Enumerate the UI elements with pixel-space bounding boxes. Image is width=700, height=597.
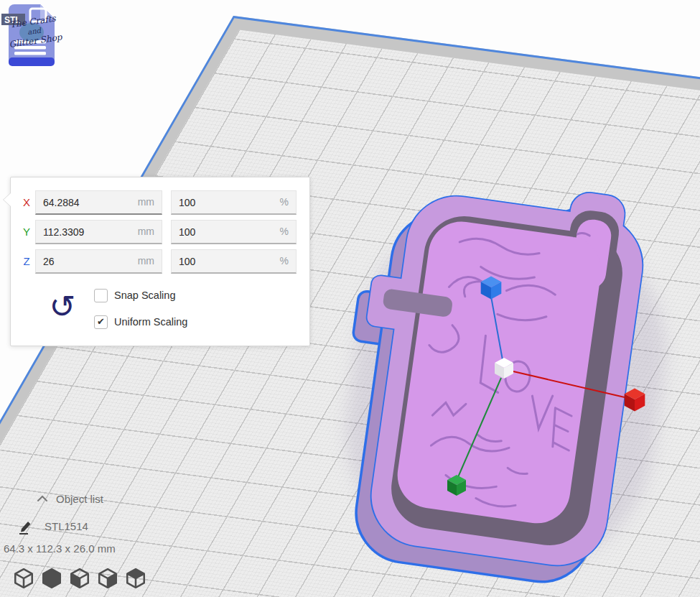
camera-view-toolbar — [13, 567, 146, 590]
view-left-button[interactable] — [97, 567, 118, 590]
uniform-scaling-label: Uniform Scaling — [114, 315, 187, 329]
object-list-item[interactable]: STL1514 — [17, 519, 34, 538]
scale-y-mm-field: mm — [35, 220, 162, 244]
panel-arrow — [4, 193, 11, 206]
scale-z-mm-input[interactable] — [36, 250, 162, 272]
uniform-scaling-checkbox[interactable]: ✔ — [94, 315, 108, 329]
view-top-button[interactable] — [69, 567, 90, 590]
view-3d-icon — [13, 567, 34, 590]
collapse-object-list-button[interactable] — [36, 494, 49, 505]
scale-x-mm-field: mm — [35, 190, 162, 215]
chevron-up-icon — [36, 494, 49, 503]
checkmark-icon: ✔ — [97, 316, 105, 327]
scale-x-mm-input[interactable] — [36, 191, 162, 213]
axis-y-label: Y — [19, 220, 34, 244]
model-canvas — [337, 176, 675, 596]
snap-scaling-label: Snap Scaling — [114, 289, 175, 302]
axis-x-label: X — [19, 190, 34, 215]
scale-y-mm-input[interactable] — [36, 221, 162, 243]
reset-scale-icon: ↺ — [50, 288, 76, 325]
scale-z-percent-field: % — [171, 249, 297, 274]
brand-logo: STL The Crafts and Glitter Shop — [1, 0, 66, 69]
scale-tool-panel: X mm % Y mm % Z mm % ↺ — [10, 177, 310, 346]
scale-z-percent-input[interactable] — [172, 250, 296, 272]
object-dimensions: 64.3 x 112.3 x 26.0 mm — [4, 542, 116, 555]
object-name: STL1514 — [45, 520, 88, 532]
view-right-icon — [125, 567, 146, 590]
scale-y-percent-input[interactable] — [172, 221, 296, 243]
view-top-icon — [69, 567, 90, 590]
scale-x-percent-input[interactable] — [172, 191, 296, 213]
mold-model[interactable] — [337, 176, 652, 590]
scale-handle-x-icon[interactable] — [625, 389, 645, 412]
view-left-icon — [97, 567, 118, 590]
view-3d-button[interactable] — [13, 567, 34, 590]
snap-scaling-checkbox[interactable] — [94, 289, 108, 302]
reset-scale-button[interactable]: ↺ — [44, 287, 81, 327]
scale-x-percent-field: % — [171, 190, 297, 215]
object-list-title: Object list — [56, 493, 103, 505]
pencil-icon — [17, 519, 34, 536]
view-front-button[interactable] — [41, 567, 62, 590]
axis-z-label: Z — [19, 249, 34, 274]
scale-y-percent-field: % — [171, 220, 297, 244]
view-front-icon — [41, 567, 62, 590]
scale-z-mm-field: mm — [35, 249, 162, 274]
view-right-button[interactable] — [125, 567, 146, 590]
